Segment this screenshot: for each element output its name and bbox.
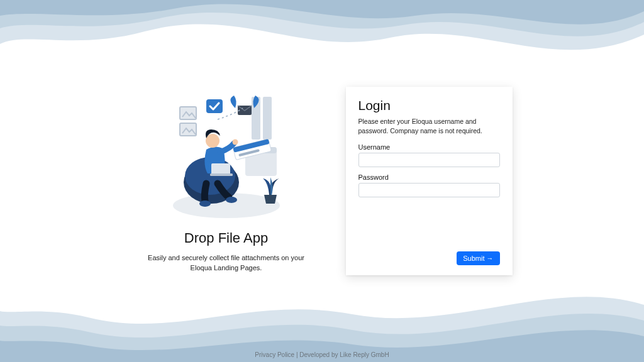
svg-rect-4: [263, 97, 272, 140]
svg-rect-2: [180, 123, 196, 136]
footer-dev: Developed by Like Reply GmbH: [299, 351, 389, 358]
password-label: Password: [358, 173, 500, 181]
login-heading: Login: [358, 98, 500, 113]
intro-panel: Drop File App Easily and securely collec…: [132, 89, 321, 273]
login-hint: Please enter your Eloqua username and pa…: [358, 117, 500, 136]
app-title: Drop File App: [132, 230, 321, 246]
svg-point-15: [232, 139, 238, 145]
username-label: Username: [358, 143, 500, 151]
svg-rect-16: [211, 163, 230, 175]
svg-point-14: [206, 134, 219, 148]
svg-rect-17: [210, 173, 233, 176]
svg-rect-5: [206, 99, 223, 113]
upload-illustration: [157, 89, 296, 221]
password-input[interactable]: [358, 183, 500, 197]
svg-point-19: [226, 197, 237, 203]
svg-rect-1: [180, 107, 196, 119]
submit-button[interactable]: Submit →: [457, 251, 499, 265]
footer: Privacy Police | Developed by Like Reply…: [0, 351, 644, 358]
login-card: Login Please enter your Eloqua username …: [346, 87, 513, 275]
svg-point-18: [199, 200, 211, 207]
privacy-link[interactable]: Privacy Police: [255, 351, 294, 358]
app-subtitle: Easily and securely collect file attachm…: [132, 253, 321, 273]
username-input[interactable]: [358, 153, 500, 167]
